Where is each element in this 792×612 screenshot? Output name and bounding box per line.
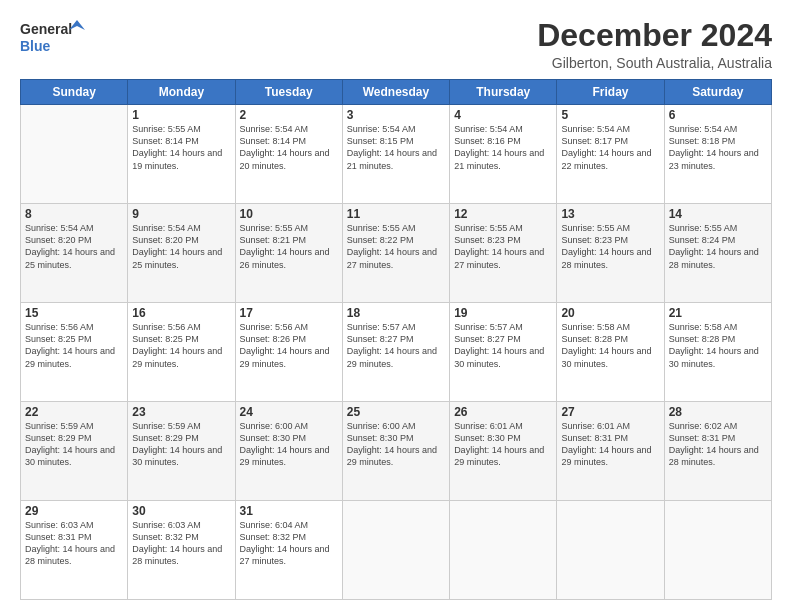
day-cell-12: 12Sunrise: 5:55 AMSunset: 8:23 PMDayligh… xyxy=(450,204,557,303)
day-cell-23: 23Sunrise: 5:59 AMSunset: 8:29 PMDayligh… xyxy=(128,402,235,501)
day-number: 17 xyxy=(240,306,338,320)
calendar-header-wednesday: Wednesday xyxy=(342,80,449,105)
day-cell-4: 4Sunrise: 5:54 AMSunset: 8:16 PMDaylight… xyxy=(450,105,557,204)
calendar-body: 1Sunrise: 5:55 AMSunset: 8:14 PMDaylight… xyxy=(21,105,772,600)
day-cell-18: 18Sunrise: 5:57 AMSunset: 8:27 PMDayligh… xyxy=(342,303,449,402)
day-number: 26 xyxy=(454,405,552,419)
calendar-header-monday: Monday xyxy=(128,80,235,105)
day-cell-9: 9Sunrise: 5:54 AMSunset: 8:20 PMDaylight… xyxy=(128,204,235,303)
empty-cell xyxy=(342,501,449,600)
day-number: 31 xyxy=(240,504,338,518)
day-number: 24 xyxy=(240,405,338,419)
calendar: SundayMondayTuesdayWednesdayThursdayFrid… xyxy=(20,79,772,600)
header: General Blue December 2024 Gilberton, So… xyxy=(20,18,772,71)
empty-cell xyxy=(21,105,128,204)
day-cell-14: 14Sunrise: 5:55 AMSunset: 8:24 PMDayligh… xyxy=(664,204,771,303)
day-cell-30: 30Sunrise: 6:03 AMSunset: 8:32 PMDayligh… xyxy=(128,501,235,600)
logo: General Blue xyxy=(20,18,90,56)
main-title: December 2024 xyxy=(537,18,772,53)
calendar-week-row-3: 15Sunrise: 5:56 AMSunset: 8:25 PMDayligh… xyxy=(21,303,772,402)
title-block: December 2024 Gilberton, South Australia… xyxy=(537,18,772,71)
empty-cell xyxy=(450,501,557,600)
day-info: Sunrise: 6:01 AMSunset: 8:30 PMDaylight:… xyxy=(454,420,552,469)
calendar-header-friday: Friday xyxy=(557,80,664,105)
day-cell-25: 25Sunrise: 6:00 AMSunset: 8:30 PMDayligh… xyxy=(342,402,449,501)
logo-svg: General Blue xyxy=(20,18,90,56)
day-number: 13 xyxy=(561,207,659,221)
day-info: Sunrise: 6:04 AMSunset: 8:32 PMDaylight:… xyxy=(240,519,338,568)
day-number: 6 xyxy=(669,108,767,122)
day-info: Sunrise: 5:56 AMSunset: 8:25 PMDaylight:… xyxy=(132,321,230,370)
day-number: 2 xyxy=(240,108,338,122)
day-cell-13: 13Sunrise: 5:55 AMSunset: 8:23 PMDayligh… xyxy=(557,204,664,303)
day-number: 25 xyxy=(347,405,445,419)
day-info: Sunrise: 5:56 AMSunset: 8:25 PMDaylight:… xyxy=(25,321,123,370)
day-info: Sunrise: 6:01 AMSunset: 8:31 PMDaylight:… xyxy=(561,420,659,469)
empty-cell xyxy=(557,501,664,600)
day-number: 20 xyxy=(561,306,659,320)
day-number: 18 xyxy=(347,306,445,320)
day-cell-31: 31Sunrise: 6:04 AMSunset: 8:32 PMDayligh… xyxy=(235,501,342,600)
day-info: Sunrise: 6:02 AMSunset: 8:31 PMDaylight:… xyxy=(669,420,767,469)
day-info: Sunrise: 5:56 AMSunset: 8:26 PMDaylight:… xyxy=(240,321,338,370)
day-info: Sunrise: 5:54 AMSunset: 8:16 PMDaylight:… xyxy=(454,123,552,172)
day-cell-11: 11Sunrise: 5:55 AMSunset: 8:22 PMDayligh… xyxy=(342,204,449,303)
day-info: Sunrise: 5:55 AMSunset: 8:23 PMDaylight:… xyxy=(454,222,552,271)
calendar-week-row-1: 1Sunrise: 5:55 AMSunset: 8:14 PMDaylight… xyxy=(21,105,772,204)
svg-text:General: General xyxy=(20,21,72,37)
calendar-week-row-5: 29Sunrise: 6:03 AMSunset: 8:31 PMDayligh… xyxy=(21,501,772,600)
day-cell-21: 21Sunrise: 5:58 AMSunset: 8:28 PMDayligh… xyxy=(664,303,771,402)
day-cell-20: 20Sunrise: 5:58 AMSunset: 8:28 PMDayligh… xyxy=(557,303,664,402)
day-number: 10 xyxy=(240,207,338,221)
day-number: 21 xyxy=(669,306,767,320)
day-number: 27 xyxy=(561,405,659,419)
day-info: Sunrise: 6:03 AMSunset: 8:32 PMDaylight:… xyxy=(132,519,230,568)
day-info: Sunrise: 5:58 AMSunset: 8:28 PMDaylight:… xyxy=(669,321,767,370)
day-cell-10: 10Sunrise: 5:55 AMSunset: 8:21 PMDayligh… xyxy=(235,204,342,303)
day-info: Sunrise: 5:55 AMSunset: 8:22 PMDaylight:… xyxy=(347,222,445,271)
day-cell-2: 2Sunrise: 5:54 AMSunset: 8:14 PMDaylight… xyxy=(235,105,342,204)
day-cell-6: 6Sunrise: 5:54 AMSunset: 8:18 PMDaylight… xyxy=(664,105,771,204)
day-cell-17: 17Sunrise: 5:56 AMSunset: 8:26 PMDayligh… xyxy=(235,303,342,402)
day-cell-19: 19Sunrise: 5:57 AMSunset: 8:27 PMDayligh… xyxy=(450,303,557,402)
day-cell-5: 5Sunrise: 5:54 AMSunset: 8:17 PMDaylight… xyxy=(557,105,664,204)
day-info: Sunrise: 5:54 AMSunset: 8:18 PMDaylight:… xyxy=(669,123,767,172)
day-info: Sunrise: 6:00 AMSunset: 8:30 PMDaylight:… xyxy=(347,420,445,469)
day-number: 30 xyxy=(132,504,230,518)
day-number: 1 xyxy=(132,108,230,122)
day-cell-3: 3Sunrise: 5:54 AMSunset: 8:15 PMDaylight… xyxy=(342,105,449,204)
day-cell-8: 8Sunrise: 5:54 AMSunset: 8:20 PMDaylight… xyxy=(21,204,128,303)
day-number: 23 xyxy=(132,405,230,419)
day-info: Sunrise: 5:58 AMSunset: 8:28 PMDaylight:… xyxy=(561,321,659,370)
day-info: Sunrise: 5:54 AMSunset: 8:17 PMDaylight:… xyxy=(561,123,659,172)
day-number: 28 xyxy=(669,405,767,419)
day-info: Sunrise: 5:57 AMSunset: 8:27 PMDaylight:… xyxy=(454,321,552,370)
day-number: 11 xyxy=(347,207,445,221)
day-info: Sunrise: 6:03 AMSunset: 8:31 PMDaylight:… xyxy=(25,519,123,568)
day-info: Sunrise: 5:57 AMSunset: 8:27 PMDaylight:… xyxy=(347,321,445,370)
day-info: Sunrise: 5:59 AMSunset: 8:29 PMDaylight:… xyxy=(25,420,123,469)
day-info: Sunrise: 5:54 AMSunset: 8:15 PMDaylight:… xyxy=(347,123,445,172)
day-number: 4 xyxy=(454,108,552,122)
calendar-header-saturday: Saturday xyxy=(664,80,771,105)
day-number: 12 xyxy=(454,207,552,221)
day-number: 29 xyxy=(25,504,123,518)
day-number: 22 xyxy=(25,405,123,419)
calendar-week-row-2: 8Sunrise: 5:54 AMSunset: 8:20 PMDaylight… xyxy=(21,204,772,303)
calendar-week-row-4: 22Sunrise: 5:59 AMSunset: 8:29 PMDayligh… xyxy=(21,402,772,501)
page: General Blue December 2024 Gilberton, So… xyxy=(0,0,792,612)
calendar-header-sunday: Sunday xyxy=(21,80,128,105)
day-cell-15: 15Sunrise: 5:56 AMSunset: 8:25 PMDayligh… xyxy=(21,303,128,402)
calendar-header-row: SundayMondayTuesdayWednesdayThursdayFrid… xyxy=(21,80,772,105)
day-info: Sunrise: 5:59 AMSunset: 8:29 PMDaylight:… xyxy=(132,420,230,469)
day-info: Sunrise: 5:54 AMSunset: 8:20 PMDaylight:… xyxy=(132,222,230,271)
day-number: 3 xyxy=(347,108,445,122)
day-cell-22: 22Sunrise: 5:59 AMSunset: 8:29 PMDayligh… xyxy=(21,402,128,501)
day-number: 15 xyxy=(25,306,123,320)
day-cell-1: 1Sunrise: 5:55 AMSunset: 8:14 PMDaylight… xyxy=(128,105,235,204)
svg-text:Blue: Blue xyxy=(20,38,51,54)
day-cell-16: 16Sunrise: 5:56 AMSunset: 8:25 PMDayligh… xyxy=(128,303,235,402)
empty-cell xyxy=(664,501,771,600)
day-info: Sunrise: 5:55 AMSunset: 8:14 PMDaylight:… xyxy=(132,123,230,172)
day-info: Sunrise: 6:00 AMSunset: 8:30 PMDaylight:… xyxy=(240,420,338,469)
